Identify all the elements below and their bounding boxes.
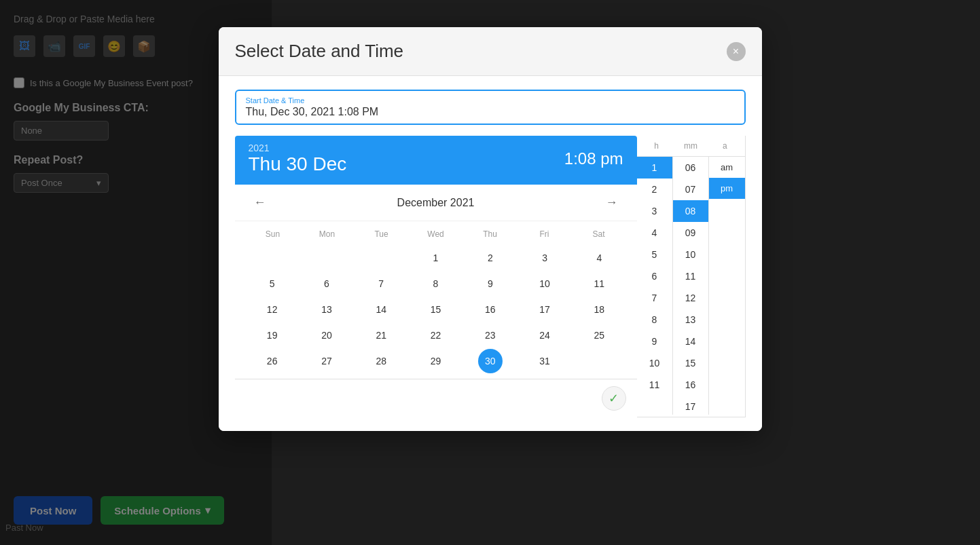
calendar-time-display: 1:08 pm [564,149,623,168]
weekday-fri: Fri [518,227,572,242]
calendar-date: Thu 30 Dec [249,153,347,175]
minute-item[interactable]: 07 [673,178,708,200]
hour-item[interactable]: 3 [637,200,672,222]
calendar-day[interactable]: 29 [423,349,448,373]
minute-item[interactable]: 17 [673,396,708,415]
minute-item[interactable]: 12 [673,287,708,309]
calendar-day[interactable]: 17 [532,297,557,322]
minute-item[interactable]: 09 [673,222,708,244]
calendar-day[interactable]: 23 [478,323,503,347]
modal-body: Start Date & Time Thu, Dec 30, 2021 1:08… [219,76,762,431]
calendar-day[interactable]: 31 [532,349,557,373]
hour-item[interactable]: 10 [637,352,672,374]
minute-item[interactable]: 10 [673,244,708,265]
calendar-day[interactable]: 1 [423,246,448,270]
hour-column[interactable]: 1234567891011 [637,157,673,415]
datetime-modal: Select Date and Time × Start Date & Time… [219,27,762,431]
ampm-item[interactable]: am [709,157,745,178]
weekday-tue: Tue [355,227,409,242]
minute-column[interactable]: 060708091011121314151617 [673,157,709,415]
calendar-day[interactable]: 12 [260,297,285,322]
calendar-day[interactable]: 21 [369,323,393,347]
time-picker: h mm a 1234567891011 0607080910111213141… [637,136,746,417]
hour-item[interactable]: 9 [637,331,672,352]
checkmark-button[interactable]: ✓ [602,386,626,411]
calendar-month-year: December 2021 [397,197,475,209]
time-picker-body: 1234567891011 060708091011121314151617 a… [637,157,745,417]
calendar-day[interactable]: 24 [532,323,557,347]
calendar-day [369,246,393,270]
minute-item[interactable]: 13 [673,309,708,331]
calendar-day[interactable]: 27 [314,349,339,373]
calendar-weekdays: Sun Mon Tue Wed Thu Fri Sat [246,227,626,242]
weekday-sun: Sun [246,227,300,242]
calendar-day [587,349,611,373]
calendar-day[interactable]: 6 [314,271,339,296]
calendar-day[interactable]: 11 [587,271,611,296]
weekday-thu: Thu [463,227,518,242]
calendar-day[interactable]: 10 [532,271,557,296]
hour-item[interactable]: 5 [637,244,672,265]
datetime-input-label: Start Date & Time [246,96,735,105]
hour-item[interactable]: 8 [637,309,672,331]
minute-item[interactable]: 11 [673,265,708,287]
modal-overlay: Select Date and Time × Start Date & Time… [0,0,980,545]
datetime-input-value: Thu, Dec 30, 2021 1:08 PM [246,106,735,118]
schedule-area: Schedule [760,183,762,217]
minute-item[interactable]: 06 [673,157,708,178]
hour-item[interactable]: 4 [637,222,672,244]
calendar-day[interactable]: 15 [423,297,448,322]
calendar-day[interactable]: 2 [478,246,503,270]
schedule-arrow-icon [760,183,762,217]
calendar-day[interactable]: 3 [532,246,557,270]
calendar-days: 1234567891011121314151617181920212223242… [246,246,626,373]
calendar-next-button[interactable]: → [600,193,623,212]
hour-item[interactable]: 1 [637,157,672,178]
calendar-day [314,246,339,270]
hour-item[interactable]: 2 [637,178,672,200]
hour-item[interactable]: 7 [637,287,672,309]
datetime-input-wrapper[interactable]: Start Date & Time Thu, Dec 30, 2021 1:08… [235,90,746,125]
minute-item[interactable]: 16 [673,374,708,396]
calendar-day[interactable]: 28 [369,349,393,373]
time-col-header-h: h [640,141,674,151]
calendar-container: 2021 Thu 30 Dec 1:08 pm ← December 2021 … [235,136,637,417]
calendar-day[interactable]: 18 [587,297,611,322]
modal-close-button[interactable]: × [727,42,746,61]
hour-item[interactable]: 11 [637,374,672,396]
calendar-header: 2021 Thu 30 Dec 1:08 pm [235,136,637,185]
calendar-day[interactable]: 22 [423,323,448,347]
weekday-wed: Wed [409,227,463,242]
calendar-day[interactable]: 26 [260,349,285,373]
calendar-header-left: 2021 Thu 30 Dec [249,143,347,175]
calendar-day[interactable]: 7 [369,271,393,296]
ampm-item[interactable]: pm [709,178,745,199]
calendar-day[interactable]: 13 [314,297,339,322]
calendar-day[interactable]: 14 [369,297,393,322]
calendar-day[interactable]: 16 [478,297,503,322]
modal-title: Select Date and Time [235,41,404,62]
ampm-column[interactable]: ampm [709,157,745,415]
calendar-day[interactable]: 19 [260,323,285,347]
calendar-time-layout: 2021 Thu 30 Dec 1:08 pm ← December 2021 … [235,136,746,417]
calendar-prev-button[interactable]: ← [249,193,272,212]
minute-item[interactable]: 14 [673,331,708,352]
hour-item[interactable]: 6 [637,265,672,287]
calendar-day [260,246,285,270]
calendar-day[interactable]: 25 [587,323,611,347]
minute-item[interactable]: 15 [673,352,708,374]
calendar-day[interactable]: 8 [423,271,448,296]
calendar-grid: Sun Mon Tue Wed Thu Fri Sat 123456789101… [235,221,637,379]
time-picker-header: h mm a [637,136,745,157]
calendar-day[interactable]: 30 [478,349,503,373]
calendar-day[interactable]: 5 [260,271,285,296]
calendar-nav: ← December 2021 → [235,185,637,221]
minute-item[interactable]: 08 [673,200,708,222]
calendar-day[interactable]: 20 [314,323,339,347]
calendar-day[interactable]: 4 [587,246,611,270]
calendar-year: 2021 [249,143,347,153]
weekday-mon: Mon [300,227,355,242]
calendar-day[interactable]: 9 [478,271,503,296]
time-col-header-a: a [708,141,742,151]
time-col-header-mm: mm [674,141,708,151]
